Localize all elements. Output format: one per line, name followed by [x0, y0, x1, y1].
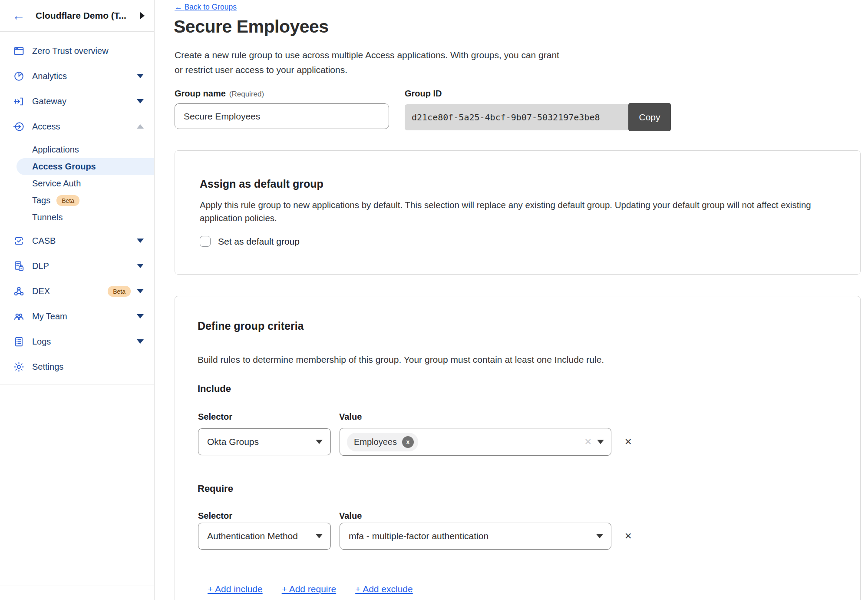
sidebar-item-label: Analytics — [32, 71, 137, 81]
include-value-multiselect[interactable]: Employees x ✕ — [340, 428, 611, 456]
sidebar-item-analytics[interactable]: Analytics — [0, 66, 154, 86]
chip-remove-icon[interactable]: x — [402, 436, 414, 448]
sidebar: ← Cloudflare Demo (T... Zero Trust overv… — [0, 0, 155, 600]
sidebar-item-casb[interactable]: CASB — [0, 231, 154, 250]
dex-network-icon — [13, 285, 25, 297]
back-link-label: Back to Groups — [184, 3, 237, 11]
back-arrow-icon[interactable]: ← — [12, 9, 25, 22]
chevron-right-icon[interactable] — [140, 12, 145, 19]
collapse-sidebar-button[interactable]: « Collapse sidebar — [0, 586, 155, 600]
chevron-down-icon[interactable] — [137, 314, 144, 318]
sidebar-item-label: Service Auth — [32, 179, 81, 189]
include-selector-dropdown[interactable]: Okta Groups — [198, 428, 331, 455]
remove-require-rule-button[interactable]: ✕ — [624, 531, 632, 541]
beta-badge: Beta — [108, 286, 131, 297]
chevron-down-icon[interactable] — [137, 289, 144, 293]
chevron-down-icon[interactable] — [137, 74, 144, 78]
gear-icon — [13, 361, 25, 373]
sidebar-item-service-auth[interactable]: Service Auth — [0, 175, 154, 192]
sidebar-item-access[interactable]: Access — [0, 117, 154, 136]
chevron-down-icon — [316, 534, 323, 538]
chevron-down-icon[interactable] — [137, 339, 144, 344]
team-people-icon — [13, 311, 25, 322]
set-default-group-row[interactable]: Set as default group — [200, 236, 300, 247]
chevron-up-icon[interactable] — [137, 124, 144, 129]
sidebar-item-label: Settings — [32, 362, 144, 372]
multiselect-controls: ✕ — [584, 437, 604, 447]
sidebar-item-dlp[interactable]: DLP — [0, 256, 154, 275]
card-title: Assign as default group — [200, 178, 323, 190]
assign-default-group-card: Assign as default group Apply this rule … — [175, 150, 861, 275]
add-require-link[interactable]: + Add require — [282, 584, 337, 594]
checkbox-label: Set as default group — [218, 236, 300, 247]
define-group-criteria-card: Define group criteria Build rules to det… — [175, 296, 861, 600]
chip-label: Employees — [354, 437, 397, 447]
include-selector-label: Selector — [198, 412, 232, 422]
chevron-down-icon — [316, 440, 323, 444]
sidebar-item-label: Access — [32, 122, 137, 132]
chevron-down-icon — [596, 534, 603, 538]
sidebar-item-label: Access Groups — [32, 162, 96, 172]
chevron-down-icon[interactable] — [597, 440, 604, 444]
sidebar-item-tunnels[interactable]: Tunnels — [0, 209, 154, 226]
group-id-label: Group ID — [405, 89, 442, 99]
sidebar-header: ← Cloudflare Demo (T... — [0, 0, 154, 32]
group-name-label-text: Group name — [175, 89, 226, 98]
sidebar-item-my-team[interactable]: My Team — [0, 307, 154, 326]
sidebar-item-label: My Team — [32, 312, 137, 322]
chevron-down-icon[interactable] — [137, 99, 144, 103]
casb-icon — [13, 235, 25, 247]
sidebar-item-applications[interactable]: Applications — [0, 141, 154, 158]
chevron-down-icon[interactable] — [137, 264, 144, 268]
rule-action-links: + Add include + Add require + Add exclud… — [208, 584, 413, 594]
set-default-group-checkbox[interactable] — [200, 236, 211, 247]
sidebar-item-label: Tags — [32, 196, 50, 206]
sidebar-item-settings[interactable]: Settings — [0, 357, 154, 376]
main-content: ← Back to Groups Secure Employees Create… — [155, 0, 868, 600]
require-value-dropdown[interactable]: mfa - multiple-factor authentication — [340, 523, 611, 550]
copy-button[interactable]: Copy — [628, 103, 671, 131]
back-to-groups-link[interactable]: ← Back to Groups — [175, 3, 237, 12]
sidebar-divider — [0, 384, 154, 385]
access-icon — [13, 121, 25, 133]
sidebar-item-label: Tunnels — [32, 212, 63, 222]
clear-icon[interactable]: ✕ — [584, 437, 592, 447]
include-heading: Include — [198, 383, 231, 394]
selected-option: Authentication Method — [207, 531, 298, 541]
sidebar-item-dex[interactable]: DEX Beta — [0, 282, 154, 301]
account-name[interactable]: Cloudflare Demo (T... — [36, 10, 140, 21]
analytics-pie-icon — [13, 70, 25, 82]
sidebar-item-label: DEX — [32, 286, 102, 296]
sidebar-item-label: DLP — [32, 261, 137, 271]
require-selector-dropdown[interactable]: Authentication Method — [198, 523, 331, 550]
sidebar-item-zero-trust-overview[interactable]: Zero Trust overview — [0, 41, 154, 60]
chevron-down-icon[interactable] — [137, 239, 144, 243]
required-hint: (Required) — [229, 90, 264, 98]
selected-option: mfa - multiple-factor authentication — [349, 531, 488, 541]
sidebar-nav: Zero Trust overview Analytics Gateway Ac… — [0, 32, 154, 385]
add-include-link[interactable]: + Add include — [208, 584, 263, 594]
overview-window-icon — [13, 45, 25, 57]
include-value-label: Value — [339, 412, 362, 422]
sidebar-item-label: Applications — [32, 145, 79, 155]
value-chip: Employees x — [347, 433, 418, 451]
require-heading: Require — [198, 483, 233, 494]
sidebar-item-tags[interactable]: Tags Beta — [0, 192, 154, 209]
sidebar-item-logs[interactable]: Logs — [0, 332, 154, 351]
back-arrow-icon: ← — [175, 3, 182, 11]
require-value-label: Value — [339, 511, 362, 521]
require-selector-label: Selector — [198, 511, 232, 521]
group-name-label: Group name(Required) — [175, 89, 264, 99]
sidebar-item-label: Gateway — [32, 96, 137, 106]
card-description: Apply this rule group to new application… — [200, 199, 834, 225]
sidebar-item-label: CASB — [32, 236, 137, 246]
require-rule-row: Authentication Method mfa - multiple-fac… — [198, 523, 632, 550]
selected-option: Okta Groups — [207, 437, 259, 447]
add-exclude-link[interactable]: + Add exclude — [355, 584, 413, 594]
group-name-input[interactable] — [175, 103, 389, 129]
sidebar-item-access-groups[interactable]: Access Groups — [17, 158, 154, 175]
page-description: Create a new rule group to use across mu… — [175, 48, 559, 77]
sidebar-item-gateway[interactable]: Gateway — [0, 92, 154, 111]
access-submenu: Applications Access Groups Service Auth … — [0, 141, 154, 226]
remove-include-rule-button[interactable]: ✕ — [624, 437, 632, 447]
